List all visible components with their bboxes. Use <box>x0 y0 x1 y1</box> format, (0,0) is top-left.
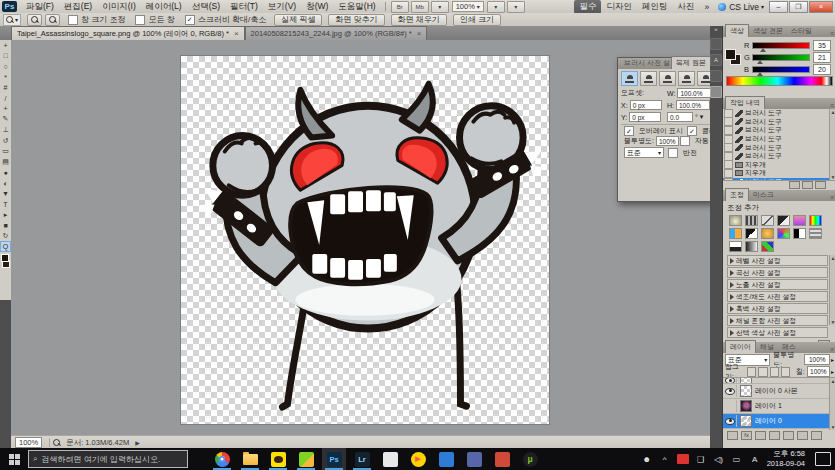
workspace-overflow[interactable]: » <box>699 1 714 13</box>
recorder-tray-icon[interactable] <box>677 454 689 464</box>
curves-icon[interactable] <box>761 215 774 226</box>
rotation-field[interactable]: 0.0 <box>667 112 693 122</box>
menu-image[interactable]: 이미지(I) <box>97 1 141 13</box>
taskbar-app-red[interactable] <box>490 448 514 470</box>
slider-thumb[interactable] <box>760 48 766 52</box>
rotate-view-tool[interactable]: ↻ <box>0 231 11 242</box>
taskbar-clock[interactable]: 오후 6:58 2018-09-04 <box>767 449 805 469</box>
all-windows-checkbox[interactable]: 모든 창 <box>135 14 174 25</box>
clone-stamp-tool[interactable]: ⊥ <box>0 125 11 136</box>
tab-color[interactable]: 색상 <box>725 24 749 37</box>
clone-source-slot-4[interactable] <box>678 71 695 86</box>
presets-scrollbar[interactable]: ▲ ▼ <box>829 255 835 325</box>
add-layer-mask-button[interactable] <box>755 431 766 440</box>
paragraph-panel-icon[interactable] <box>710 70 722 82</box>
green-value-field[interactable]: 21 <box>813 52 831 63</box>
history-step[interactable]: 지우개 <box>723 161 835 170</box>
zoom-level-dropdown[interactable]: 100% ▾ <box>452 1 484 12</box>
disclosure-triangle-icon[interactable] <box>730 270 734 276</box>
expand-dock-icon[interactable]: « <box>714 26 717 34</box>
tab-clone-source[interactable]: 복제 원본 <box>671 56 711 69</box>
opacity-value[interactable]: 100% <box>656 136 679 146</box>
panel-menu-icon[interactable]: ≡ <box>830 346 835 353</box>
show-hidden-icons[interactable]: ^ <box>659 455 671 464</box>
path-selection-tool[interactable]: ▸ <box>0 210 11 221</box>
clone-source-panel-icon[interactable] <box>710 86 722 98</box>
slider-thumb[interactable] <box>757 60 763 64</box>
slider-thumb[interactable] <box>757 72 763 76</box>
marquee-tool[interactable]: □ <box>0 51 11 62</box>
disclosure-triangle-icon[interactable] <box>730 306 734 312</box>
tab-swatches[interactable]: 색상 견본 <box>749 25 787 37</box>
gradient-map-icon[interactable] <box>745 241 758 252</box>
red-value-field[interactable]: 35 <box>813 40 831 51</box>
scroll-down-icon[interactable]: ▼ <box>831 319 835 325</box>
levels-icon[interactable] <box>745 215 758 226</box>
preset-exposure[interactable]: 노출 사전 설정 <box>727 279 828 290</box>
exposure-icon[interactable] <box>777 215 790 226</box>
invert-icon[interactable] <box>793 228 806 239</box>
tab-history[interactable]: 작업 내역 <box>725 96 765 109</box>
link-layers-button[interactable] <box>727 431 738 440</box>
vibrance-icon[interactable] <box>793 215 806 226</box>
tab-styles[interactable]: 스타일 <box>787 25 816 37</box>
ime-indicator[interactable]: A <box>749 455 761 464</box>
scroll-up-icon[interactable]: ▲ <box>831 255 835 261</box>
view-extras-button[interactable]: ▾ <box>431 1 449 13</box>
tab-layers[interactable]: 레이어 <box>725 340 756 353</box>
document-tab-active[interactable]: Taipei_Assassinslogo_square.png @ 100% (… <box>11 26 245 40</box>
taskbar-search-input[interactable]: ⌕ 검색하려면 여기에 입력하십시오. <box>28 450 188 468</box>
color-balance-icon[interactable] <box>729 228 742 239</box>
preset-levels[interactable]: 레벨 사전 설정 <box>727 255 828 266</box>
pen-tool[interactable]: ▼ <box>0 188 11 199</box>
panel-menu-icon[interactable]: ≡ <box>830 102 835 109</box>
posterize-icon[interactable] <box>809 228 822 239</box>
offset-x-field[interactable]: 0 px <box>630 100 662 110</box>
new-layer-button[interactable] <box>797 431 808 440</box>
photo-filter-icon[interactable] <box>761 228 774 239</box>
lock-transparency-icon[interactable] <box>747 367 756 377</box>
layer-row[interactable]: 레이어 1 <box>723 399 835 414</box>
close-tab-icon[interactable]: × <box>234 29 239 38</box>
new-adjustment-layer-button[interactable] <box>769 431 780 440</box>
menu-view[interactable]: 보기(V) <box>263 1 301 13</box>
tab-brush-presets[interactable]: 브러시 사전 설 <box>620 57 671 69</box>
disclosure-triangle-icon[interactable] <box>730 294 734 300</box>
scale-w-field[interactable]: 100.0% <box>677 88 711 98</box>
menu-select[interactable]: 선택(S) <box>187 1 225 13</box>
panel-menu-icon[interactable]: ≡ <box>830 194 835 201</box>
delete-state-button[interactable] <box>815 181 826 189</box>
status-zoom-field[interactable]: 100% <box>15 437 42 448</box>
show-overlay-checkbox[interactable]: ✓ 오버레이 표시 <box>624 126 683 136</box>
zoom-in-button[interactable] <box>27 14 42 26</box>
workspace-painting[interactable]: 페인팅 <box>637 0 673 14</box>
blue-value-field[interactable]: 20 <box>813 64 831 75</box>
eyedropper-tool[interactable]: / <box>0 93 11 104</box>
taskbar-potplayer[interactable]: ▶ <box>406 448 430 470</box>
fill-field[interactable]: 100% <box>807 366 830 377</box>
fit-screen-button[interactable]: 화면 맞추기 <box>328 14 384 26</box>
tab-masks[interactable]: 마스크 <box>749 189 778 201</box>
disclosure-triangle-icon[interactable] <box>730 330 734 336</box>
overlay-opacity-field[interactable]: 불투명도: 100% <box>624 136 676 146</box>
launch-bridge-button[interactable]: Br <box>391 1 409 13</box>
menu-file[interactable]: 파일(F) <box>21 1 59 13</box>
screen-mode-button[interactable]: ▾ <box>507 1 525 13</box>
healing-brush-tool[interactable]: + <box>0 104 11 115</box>
visibility-toggle[interactable] <box>724 415 737 427</box>
green-slider[interactable] <box>752 54 810 61</box>
gradient-tool[interactable]: ▤ <box>0 157 11 168</box>
layer-name[interactable]: 레이어 0 사본 <box>755 386 798 396</box>
close-tab-icon[interactable]: × <box>417 29 422 38</box>
taskbar-utorrent[interactable]: µ <box>518 448 542 470</box>
menu-filter[interactable]: 필터(T) <box>225 1 263 13</box>
preset-black-white[interactable]: 흑백 사전 설정 <box>727 303 828 314</box>
taskbar-discord[interactable] <box>462 448 486 470</box>
start-button[interactable] <box>0 448 28 470</box>
scroll-down-icon[interactable]: ▼ <box>831 174 835 180</box>
new-document-from-state-button[interactable] <box>789 181 800 189</box>
channel-mixer-icon[interactable] <box>777 228 790 239</box>
action-center-icon[interactable] <box>815 452 831 466</box>
clone-source-slot-1[interactable] <box>621 71 638 86</box>
move-tool[interactable]: + <box>0 40 11 51</box>
